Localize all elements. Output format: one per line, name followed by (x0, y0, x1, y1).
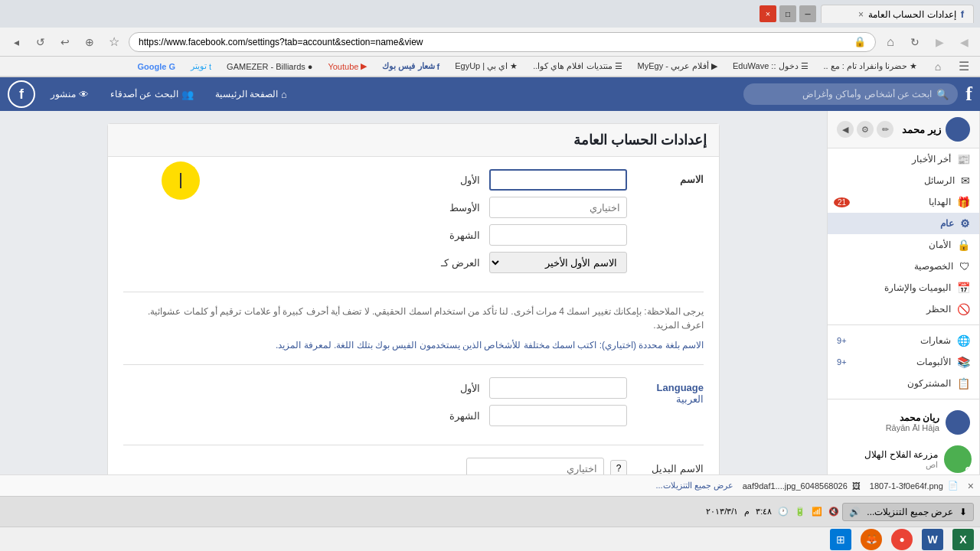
alt-name-input[interactable] (466, 458, 604, 475)
address-bar[interactable]: 🔒 (129, 32, 876, 52)
fb-find-friends-btn[interactable]: 👥 البحث عن أصدقاء (103, 86, 201, 103)
minimize-btn[interactable]: ─ (799, 5, 816, 22)
lang-last-input[interactable] (489, 405, 627, 426)
fb-header: f 🔍 ⌂ الصفحة الرئيسية 👥 البحث عن أصدقاء … (0, 77, 980, 111)
sidebar-collapse-btn[interactable]: ◀ (837, 121, 854, 138)
sidebar-item-badges[interactable]: 🌐 شعارات +9 (828, 330, 979, 351)
bookmark-item[interactable]: ☰ دخول :: EduWave (728, 60, 813, 73)
bookmark-label: أفلام عربي - MyEgy (638, 61, 709, 71)
name-section: الاسم الأول (123, 169, 704, 279)
sidebar-item-messages[interactable]: ✉ الرسائل (828, 170, 979, 191)
bookmark-item[interactable]: ☰ منتديات افلام هاي كوا.. (528, 60, 626, 73)
sidebar-item-blocking[interactable]: 🚫 الحظر (828, 298, 979, 320)
divider3 (123, 445, 704, 445)
bookmark-google[interactable]: G Google (133, 60, 180, 73)
sidebar-item-privacy[interactable]: 🛡 الخصوصية (828, 256, 979, 277)
alt-name-help[interactable]: ? (610, 460, 627, 475)
add-bookmark[interactable]: ⊕ (80, 32, 100, 52)
friend-time-1: اص (864, 460, 938, 470)
app-icon-firefox[interactable]: 🦊 (861, 529, 882, 550)
history-btn[interactable]: ↩ (55, 32, 75, 52)
download-item-2[interactable]: 🖼 6048568026_aaf9daf1....jpg (743, 481, 861, 491)
albums-count: +9 (837, 357, 847, 367)
bookmark-item[interactable]: ★ حضرنا وانفراد تام : مع .. (819, 60, 922, 73)
show-all-downloads[interactable]: عرض جميع التنزيلات... (655, 481, 733, 490)
sidebar-general-label: عام (940, 218, 954, 229)
bookmark-youtube[interactable]: ▶ Youtube (323, 60, 371, 73)
windows-icon[interactable]: ⊞ (830, 529, 851, 550)
taskbar-item-downloads[interactable]: ⬇ عرض جميع التنزيلات... 🔊 (842, 503, 974, 521)
middle-name-input[interactable] (489, 197, 627, 218)
sidebar-counts: 🌐 شعارات +9 📚 الألبومات +9 📋 المشتركون (828, 330, 979, 394)
sidebar-item-security[interactable]: 🔒 الأمان (828, 234, 979, 256)
home-btn[interactable]: ⌂ (880, 32, 900, 52)
general-icon: ⚙ (960, 217, 970, 230)
chat-settings-btn[interactable]: ⚙ (857, 121, 874, 138)
gifts-icon: 🎁 (957, 196, 970, 208)
bookmark-icon: ★ (510, 61, 518, 71)
fb-search-input[interactable] (753, 89, 932, 99)
display-as-select[interactable]: الاسم الأول الأخير (489, 252, 627, 273)
sidebar-security-label: الأمان (929, 240, 951, 250)
sidebar-item-news[interactable]: 📰 أخر الأخبار (828, 148, 979, 170)
name-inputs: الأول الأوسط (123, 169, 627, 279)
sidebar-messages-label: الرسائل (924, 175, 955, 186)
bookmark-icon: ▶ (711, 61, 717, 71)
bookmark-label: Youtube (328, 62, 358, 71)
fb-home-btn[interactable]: ⌂ الصفحة الرئيسية (207, 86, 295, 103)
albums-icon: 📚 (957, 356, 970, 368)
browser-tab[interactable]: f إعدادات الحساب العامة × (821, 5, 974, 23)
main-body: زير محمد ✏ ⚙ ◀ 📰 أخر الأخبار ✉ الرسائل 🎁… (0, 111, 980, 475)
reload-btn[interactable]: ↻ (905, 32, 925, 52)
app-icon-excel[interactable]: X (952, 529, 974, 550)
app-icon-word[interactable]: W (922, 529, 943, 550)
friends-icon: 👥 (181, 89, 194, 100)
last-name-input[interactable] (489, 224, 627, 246)
refresh-btn[interactable]: ↺ (31, 32, 51, 52)
close-download-bar[interactable]: × (968, 480, 974, 492)
bookmark-item[interactable]: ★ اي بي | EgyUp (450, 60, 522, 73)
address-input[interactable] (139, 37, 849, 47)
language-labels: Language العربية (642, 377, 704, 405)
sidebar-item-albums[interactable]: 📚 الألبومات +9 (828, 351, 979, 373)
bookmark-twitter[interactable]: t تويتر (186, 60, 216, 73)
friend-item-1[interactable]: مزرعة الفلاح الهلال اص (828, 441, 979, 475)
first-name-input[interactable] (489, 169, 627, 191)
bookmarks-home[interactable]: ⌂ (928, 57, 948, 77)
maximize-btn[interactable]: □ (779, 5, 796, 22)
bookmark-label: اي بي | EgyUp (455, 61, 508, 71)
user-display-name: ريان محمد (886, 412, 939, 423)
sidebar-tagging-label: اليوميات والإشارة (884, 282, 951, 293)
sidebar-item-gifts[interactable]: 🎁 الهدايا 21 (828, 191, 979, 213)
lang-first-input[interactable] (489, 377, 627, 399)
alt-name-label: الاسم البديل (642, 463, 704, 474)
right-sidebar: زير محمد ✏ ⚙ ◀ 📰 أخر الأخبار ✉ الرسائل 🎁… (827, 111, 980, 475)
gifts-badge: 21 (834, 197, 850, 207)
bookmark-icon: ☰ (615, 61, 622, 71)
tab-close-btn[interactable]: × (858, 9, 864, 20)
bookmark-facebook[interactable]: f شعار فيس بوك (377, 60, 444, 73)
user-latin-name: Rāyān Āl Hāja (886, 423, 939, 432)
close-btn[interactable]: × (760, 5, 776, 22)
bookmarks-toggle[interactable]: ☰ (954, 57, 974, 77)
security-icon: 🔒 (957, 239, 970, 251)
back-page-btn[interactable]: ◂ (6, 32, 26, 52)
display-as-label: العرض كـ (441, 257, 480, 269)
edit-status-btn[interactable]: ✏ (877, 121, 893, 138)
bookmark-item[interactable]: ● GAMEZER - Billiards (222, 60, 317, 73)
fb-logo: f (965, 83, 972, 106)
sidebar-item-subscribers[interactable]: 📋 المشتركون (828, 373, 979, 394)
bookmark-star[interactable]: ☆ (104, 32, 124, 52)
forward-btn[interactable]: ▶ (929, 32, 949, 52)
bookmark-item[interactable]: ▶ أفلام عربي - MyEgy (633, 60, 722, 73)
cursor-indicator (162, 161, 200, 200)
fb-visible-btn[interactable]: 👁 منشور (43, 86, 96, 103)
download-item-1[interactable]: 📄 1807-1-3f0e64f.png (870, 481, 959, 491)
fb-search-box[interactable]: 🔍 (743, 83, 958, 105)
back-btn[interactable]: ◀ (954, 32, 974, 52)
sidebar-item-tagging[interactable]: 📅 اليوميات والإشارة (828, 277, 979, 298)
app-icon-chrome[interactable]: ● (891, 529, 913, 550)
google-icon: G (168, 62, 175, 71)
sidebar-badges-label: شعارات (920, 335, 951, 346)
sidebar-item-general[interactable]: ⚙ عام (828, 213, 979, 234)
